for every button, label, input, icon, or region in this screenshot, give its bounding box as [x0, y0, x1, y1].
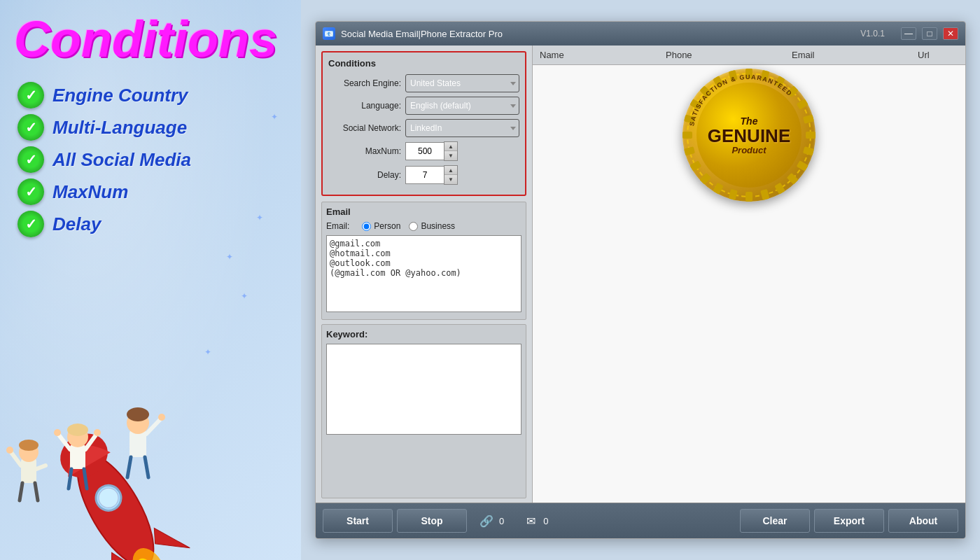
- svg-point-14: [54, 429, 61, 436]
- stop-button[interactable]: Stop: [397, 509, 467, 533]
- svg-point-10: [6, 447, 13, 454]
- language-select[interactable]: English (default) Spanish French German: [405, 97, 519, 115]
- svg-rect-30: [774, 183, 785, 195]
- title-bar-controls: V1.0.1 — □ ✕: [860, 27, 958, 40]
- about-button[interactable]: About: [888, 509, 958, 533]
- delay-spinner-buttons: ▲ ▼: [444, 165, 458, 185]
- svg-rect-25: [803, 115, 814, 124]
- language-label: Language:: [328, 101, 405, 111]
- list-item: Delay: [18, 211, 294, 237]
- checklist-label-5: Delay: [52, 214, 101, 235]
- svg-rect-27: [803, 146, 814, 155]
- list-item: Engine Country: [18, 82, 294, 108]
- check-icon-3: [18, 146, 44, 173]
- badge-outer: SATISFACTION & GUARANTEED PREMIUM QUALIT…: [682, 69, 816, 202]
- person-radio-text: Person: [374, 221, 400, 231]
- maxnum-down-button[interactable]: ▼: [444, 151, 457, 160]
- svg-rect-24: [797, 99, 808, 110]
- list-item: Multi-Language: [18, 114, 294, 141]
- social-network-row: Social Network: LinkedIn Facebook Twitte…: [328, 119, 519, 137]
- version-text: V1.0.1: [860, 29, 885, 38]
- svg-rect-7: [21, 458, 36, 483]
- person-radio[interactable]: [362, 222, 371, 231]
- email-section: Email Email: Person Business @gmail.com …: [321, 202, 526, 320]
- form-panel: Conditions Search Engine: United States …: [316, 46, 533, 503]
- email-radio-group: Email: Person Business: [326, 221, 522, 231]
- search-engine-select[interactable]: United States United Kingdom Canada Aust…: [405, 74, 519, 92]
- delay-down-button[interactable]: ▼: [444, 175, 457, 184]
- list-item: MaxNum: [18, 178, 294, 205]
- email-label: Email:: [326, 221, 354, 231]
- app-window: 📧 Social Media Email|Phone Extractor Pro…: [315, 21, 966, 539]
- table-header: Name Phone Email Url: [533, 46, 965, 65]
- delay-up-button[interactable]: ▲: [444, 166, 457, 175]
- svg-point-19: [158, 414, 165, 421]
- delay-row: Delay: 7 ▲ ▼: [328, 165, 519, 185]
- maxnum-spinner: 500 ▲ ▼: [405, 141, 458, 161]
- delay-label: Delay:: [328, 170, 405, 180]
- title-bar-left: 📧 Social Media Email|Phone Extractor Pro: [323, 27, 503, 40]
- link-count: 0: [499, 516, 504, 526]
- delay-value: 7: [405, 166, 444, 184]
- link-icon: 🔗: [478, 512, 495, 529]
- business-radio[interactable]: [409, 222, 418, 231]
- svg-rect-32: [746, 192, 752, 202]
- keyword-textarea[interactable]: [326, 344, 522, 435]
- svg-rect-31: [760, 189, 769, 200]
- maxnum-row: MaxNum: 500 ▲ ▼: [328, 141, 519, 161]
- social-network-label: Social Network:: [328, 123, 405, 133]
- language-row: Language: English (default) Spanish Fren…: [328, 97, 519, 115]
- maxnum-up-button[interactable]: ▲: [444, 142, 457, 151]
- maxnum-value: 500: [405, 142, 444, 160]
- checklist-label-4: MaxNum: [52, 181, 128, 203]
- email-textarea[interactable]: @gmail.com @hotmail.com @outlook.com (@g…: [326, 235, 522, 312]
- checklist: Engine Country Multi-Language All Social…: [0, 71, 301, 250]
- svg-rect-11: [70, 444, 85, 469]
- col-header-email: Email: [792, 50, 918, 60]
- email-counter-group: ✉ 0: [522, 512, 548, 529]
- main-content: Conditions Search Engine: United States …: [316, 46, 965, 503]
- start-button[interactable]: Start: [323, 509, 393, 533]
- svg-rect-26: [806, 132, 816, 139]
- svg-point-13: [67, 424, 88, 436]
- app-title: Social Media Email|Phone Extractor Pro: [341, 29, 503, 39]
- close-button[interactable]: ✕: [943, 27, 958, 40]
- svg-rect-37: [684, 146, 695, 155]
- rocket-illustration: [0, 322, 301, 560]
- badge-inner: The GENUINE Product: [696, 83, 802, 188]
- minimize-button[interactable]: —: [901, 27, 916, 40]
- maximize-button[interactable]: □: [922, 27, 937, 40]
- svg-rect-29: [787, 173, 799, 185]
- clear-button[interactable]: Clear: [740, 509, 810, 533]
- search-engine-label: Search Engine:: [328, 78, 405, 88]
- badge-genuine: GENUINE: [708, 127, 790, 145]
- email-icon: ✉: [522, 512, 539, 529]
- check-icon-1: [18, 82, 44, 108]
- social-network-select[interactable]: LinkedIn Facebook Twitter Instagram: [405, 119, 519, 137]
- keyword-header: Keyword:: [326, 329, 522, 340]
- badge-product: Product: [732, 145, 766, 155]
- svg-rect-16: [130, 430, 146, 457]
- svg-rect-35: [699, 173, 711, 185]
- svg-rect-38: [682, 132, 692, 139]
- svg-rect-33: [729, 189, 738, 200]
- business-radio-label[interactable]: Business: [409, 221, 455, 231]
- export-button[interactable]: Export: [814, 509, 884, 533]
- data-panel: Name Phone Email Url: [533, 46, 965, 503]
- page-title: Conditions: [0, 0, 301, 71]
- left-panel: ✦ ✦ ✦ ✦ ✦ ✦ Conditions Engine Country Mu…: [0, 0, 301, 560]
- maxnum-spinner-buttons: ▲ ▼: [444, 141, 458, 161]
- link-counter-group: 🔗 0: [478, 512, 504, 529]
- app-icon-symbol: 📧: [324, 29, 334, 38]
- check-icon-5: [18, 211, 44, 237]
- check-icon-2: [18, 114, 44, 141]
- app-icon: 📧: [323, 27, 335, 40]
- checklist-label-2: Multi-Language: [52, 117, 187, 139]
- search-engine-row: Search Engine: United States United King…: [328, 74, 519, 92]
- conditions-section: Conditions Search Engine: United States …: [321, 51, 526, 196]
- col-header-name: Name: [540, 50, 666, 60]
- person-radio-label[interactable]: Person: [362, 221, 400, 231]
- list-item: All Social Media: [18, 146, 294, 173]
- col-header-phone: Phone: [666, 50, 792, 60]
- email-count: 0: [543, 516, 548, 526]
